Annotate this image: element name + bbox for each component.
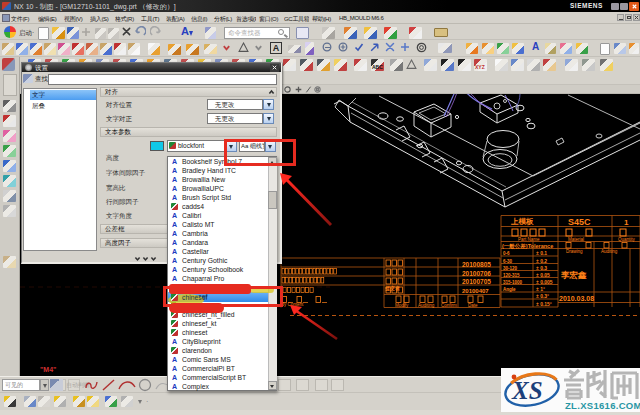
svg-text:(一般公差)Tolerance: (一般公差)Tolerance <box>502 243 553 250</box>
svg-text:ZL.XS1616.COM: ZL.XS1616.COM <box>565 400 640 411</box>
svg-text:Angle: Angle <box>503 287 516 292</box>
svg-text:1: 1 <box>624 218 629 227</box>
svg-text:XS: XS <box>511 377 543 404</box>
svg-text:S45C: S45C <box>568 217 591 227</box>
svg-text:0-6: 0-6 <box>503 251 510 256</box>
svg-text:Auditing: Auditing <box>418 303 435 308</box>
svg-text:Material: Material <box>568 237 584 242</box>
svg-text:± 0.3: ± 0.3 <box>536 265 547 271</box>
svg-text:30-120: 30-120 <box>503 266 518 271</box>
svg-text:315-1000: 315-1000 <box>503 280 523 285</box>
svg-text:Part Name: Part Name <box>518 237 540 242</box>
svg-text:Date: Date <box>468 303 478 308</box>
svg-text:± 0.3°: ± 0.3° <box>536 293 549 299</box>
svg-text:"M4": "M4" <box>40 366 56 373</box>
svg-text:± 0.005: ± 0.005 <box>536 279 553 285</box>
svg-text:± 0.05: ± 0.05 <box>536 272 550 278</box>
svg-text:提交者: 提交者 <box>384 285 400 292</box>
svg-text:Auditing: Auditing <box>601 249 618 254</box>
svg-text:上模板: 上模板 <box>510 217 534 226</box>
svg-text:李宏鑫: 李宏鑫 <box>560 270 587 280</box>
svg-text:± 0.2: ± 0.2 <box>536 258 547 264</box>
svg-text:6-30: 6-30 <box>503 259 513 264</box>
svg-text:20100805: 20100805 <box>462 261 491 268</box>
svg-text:2010.03.08: 2010.03.08 <box>559 295 594 302</box>
svg-text:120-315: 120-315 <box>503 273 520 278</box>
svg-text:± 0.1: ± 0.1 <box>536 250 547 256</box>
svg-text:± 1°: ± 1° <box>536 286 545 292</box>
svg-text:20100705: 20100705 <box>462 278 491 285</box>
svg-text:Drawing: Drawing <box>566 249 583 254</box>
svg-text:Quantity: Quantity <box>618 237 636 242</box>
svg-text:20100407: 20100407 <box>462 288 489 294</box>
svg-text:± 0.15°: ± 0.15° <box>536 301 552 307</box>
svg-text:Confirm: Confirm <box>441 303 457 308</box>
svg-text:20100706: 20100706 <box>462 270 491 277</box>
svg-text:Modify: Modify <box>395 303 409 308</box>
